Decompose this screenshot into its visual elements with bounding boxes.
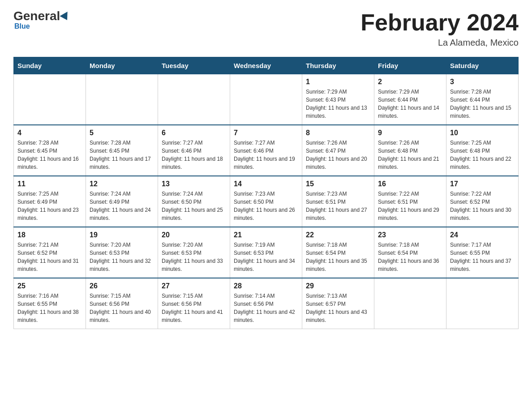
day-number: 12 (90, 180, 154, 188)
day-number: 17 (450, 180, 515, 188)
day-info: Sunrise: 7:15 AMSunset: 6:56 PMDaylight:… (90, 292, 154, 324)
calendar-cell: 21Sunrise: 7:19 AMSunset: 6:53 PMDayligh… (230, 227, 302, 278)
calendar-cell (374, 278, 446, 329)
calendar-cell: 29Sunrise: 7:13 AMSunset: 6:57 PMDayligh… (302, 278, 374, 329)
title-block: February 2024 La Alameda, Mexico (360, 9, 519, 48)
calendar-cell (230, 74, 302, 125)
day-info: Sunrise: 7:15 AMSunset: 6:56 PMDaylight:… (162, 292, 226, 324)
day-header-thursday: Thursday (302, 57, 374, 74)
calendar-cell: 13Sunrise: 7:24 AMSunset: 6:50 PMDayligh… (158, 176, 230, 227)
calendar-cell: 26Sunrise: 7:15 AMSunset: 6:56 PMDayligh… (86, 278, 158, 329)
logo-arrow-icon (60, 12, 71, 22)
day-number: 15 (306, 180, 370, 188)
calendar-week-row: 25Sunrise: 7:16 AMSunset: 6:55 PMDayligh… (14, 278, 519, 329)
day-number: 16 (378, 180, 442, 188)
day-info: Sunrise: 7:20 AMSunset: 6:53 PMDaylight:… (162, 241, 226, 273)
day-header-wednesday: Wednesday (230, 57, 302, 74)
day-number: 2 (378, 78, 442, 86)
calendar-cell: 12Sunrise: 7:24 AMSunset: 6:49 PMDayligh… (86, 176, 158, 227)
month-title: February 2024 (360, 9, 519, 36)
day-info: Sunrise: 7:25 AMSunset: 6:49 PMDaylight:… (17, 190, 82, 222)
day-number: 22 (306, 231, 370, 239)
calendar-cell: 22Sunrise: 7:18 AMSunset: 6:54 PMDayligh… (302, 227, 374, 278)
day-number: 21 (234, 231, 298, 239)
day-number: 13 (162, 180, 226, 188)
calendar-week-row: 11Sunrise: 7:25 AMSunset: 6:49 PMDayligh… (14, 176, 519, 227)
day-info: Sunrise: 7:18 AMSunset: 6:54 PMDaylight:… (306, 241, 370, 273)
day-header-sunday: Sunday (14, 57, 86, 74)
calendar-cell: 8Sunrise: 7:26 AMSunset: 6:47 PMDaylight… (302, 125, 374, 176)
calendar-table: SundayMondayTuesdayWednesdayThursdayFrid… (13, 57, 519, 329)
location: La Alameda, Mexico (360, 38, 519, 48)
day-info: Sunrise: 7:25 AMSunset: 6:48 PMDaylight:… (450, 139, 515, 171)
calendar-cell: 11Sunrise: 7:25 AMSunset: 6:49 PMDayligh… (14, 176, 86, 227)
calendar-cell: 14Sunrise: 7:23 AMSunset: 6:50 PMDayligh… (230, 176, 302, 227)
day-number: 4 (17, 129, 82, 137)
day-number: 9 (378, 129, 442, 137)
calendar-cell: 24Sunrise: 7:17 AMSunset: 6:55 PMDayligh… (446, 227, 519, 278)
logo-text: General (13, 9, 71, 23)
day-header-friday: Friday (374, 57, 446, 74)
day-header-monday: Monday (86, 57, 158, 74)
day-info: Sunrise: 7:24 AMSunset: 6:50 PMDaylight:… (162, 190, 226, 222)
calendar-cell: 17Sunrise: 7:22 AMSunset: 6:52 PMDayligh… (446, 176, 519, 227)
calendar-cell: 18Sunrise: 7:21 AMSunset: 6:52 PMDayligh… (14, 227, 86, 278)
day-info: Sunrise: 7:14 AMSunset: 6:56 PMDaylight:… (234, 292, 298, 324)
day-info: Sunrise: 7:23 AMSunset: 6:50 PMDaylight:… (234, 190, 298, 222)
calendar-cell (158, 74, 230, 125)
day-number: 26 (90, 282, 154, 290)
logo-general: General (13, 9, 60, 23)
day-number: 1 (306, 78, 370, 86)
calendar-cell: 1Sunrise: 7:29 AMSunset: 6:43 PMDaylight… (302, 74, 374, 125)
calendar-cell: 20Sunrise: 7:20 AMSunset: 6:53 PMDayligh… (158, 227, 230, 278)
day-info: Sunrise: 7:20 AMSunset: 6:53 PMDaylight:… (90, 241, 154, 273)
day-info: Sunrise: 7:29 AMSunset: 6:43 PMDaylight:… (306, 88, 370, 120)
day-info: Sunrise: 7:28 AMSunset: 6:44 PMDaylight:… (450, 88, 515, 120)
day-header-saturday: Saturday (446, 57, 519, 74)
day-number: 18 (17, 231, 82, 239)
calendar-cell: 2Sunrise: 7:29 AMSunset: 6:44 PMDaylight… (374, 74, 446, 125)
day-number: 8 (306, 129, 370, 137)
calendar-cell: 15Sunrise: 7:23 AMSunset: 6:51 PMDayligh… (302, 176, 374, 227)
calendar-cell: 23Sunrise: 7:18 AMSunset: 6:54 PMDayligh… (374, 227, 446, 278)
calendar-cell: 25Sunrise: 7:16 AMSunset: 6:55 PMDayligh… (14, 278, 86, 329)
day-info: Sunrise: 7:16 AMSunset: 6:55 PMDaylight:… (17, 292, 82, 324)
day-number: 29 (306, 282, 370, 290)
day-number: 3 (450, 78, 515, 86)
day-number: 24 (450, 231, 515, 239)
day-info: Sunrise: 7:22 AMSunset: 6:51 PMDaylight:… (378, 190, 442, 222)
calendar-cell: 6Sunrise: 7:27 AMSunset: 6:46 PMDaylight… (158, 125, 230, 176)
calendar-week-row: 18Sunrise: 7:21 AMSunset: 6:52 PMDayligh… (14, 227, 519, 278)
calendar-cell: 4Sunrise: 7:28 AMSunset: 6:45 PMDaylight… (14, 125, 86, 176)
page-header: General Blue February 2024 La Alameda, M… (13, 9, 519, 48)
day-number: 14 (234, 180, 298, 188)
day-info: Sunrise: 7:18 AMSunset: 6:54 PMDaylight:… (378, 241, 442, 273)
calendar-week-row: 1Sunrise: 7:29 AMSunset: 6:43 PMDaylight… (14, 74, 519, 125)
calendar-cell: 3Sunrise: 7:28 AMSunset: 6:44 PMDaylight… (446, 74, 519, 125)
day-info: Sunrise: 7:29 AMSunset: 6:44 PMDaylight:… (378, 88, 442, 120)
day-info: Sunrise: 7:27 AMSunset: 6:46 PMDaylight:… (162, 139, 226, 171)
day-number: 6 (162, 129, 226, 137)
day-info: Sunrise: 7:17 AMSunset: 6:55 PMDaylight:… (450, 241, 515, 273)
day-info: Sunrise: 7:13 AMSunset: 6:57 PMDaylight:… (306, 292, 370, 324)
calendar-week-row: 4Sunrise: 7:28 AMSunset: 6:45 PMDaylight… (14, 125, 519, 176)
day-info: Sunrise: 7:21 AMSunset: 6:52 PMDaylight:… (17, 241, 82, 273)
day-number: 5 (90, 129, 154, 137)
day-number: 19 (90, 231, 154, 239)
calendar-cell: 16Sunrise: 7:22 AMSunset: 6:51 PMDayligh… (374, 176, 446, 227)
day-info: Sunrise: 7:19 AMSunset: 6:53 PMDaylight:… (234, 241, 298, 273)
calendar-cell: 27Sunrise: 7:15 AMSunset: 6:56 PMDayligh… (158, 278, 230, 329)
day-info: Sunrise: 7:28 AMSunset: 6:45 PMDaylight:… (90, 139, 154, 171)
day-info: Sunrise: 7:23 AMSunset: 6:51 PMDaylight:… (306, 190, 370, 222)
day-number: 7 (234, 129, 298, 137)
calendar-cell: 28Sunrise: 7:14 AMSunset: 6:56 PMDayligh… (230, 278, 302, 329)
calendar-cell (86, 74, 158, 125)
day-info: Sunrise: 7:28 AMSunset: 6:45 PMDaylight:… (17, 139, 82, 171)
day-number: 10 (450, 129, 515, 137)
calendar-cell (446, 278, 519, 329)
calendar-cell: 19Sunrise: 7:20 AMSunset: 6:53 PMDayligh… (86, 227, 158, 278)
day-number: 11 (17, 180, 82, 188)
calendar-header-row: SundayMondayTuesdayWednesdayThursdayFrid… (14, 57, 519, 74)
day-number: 20 (162, 231, 226, 239)
calendar-cell: 9Sunrise: 7:26 AMSunset: 6:48 PMDaylight… (374, 125, 446, 176)
